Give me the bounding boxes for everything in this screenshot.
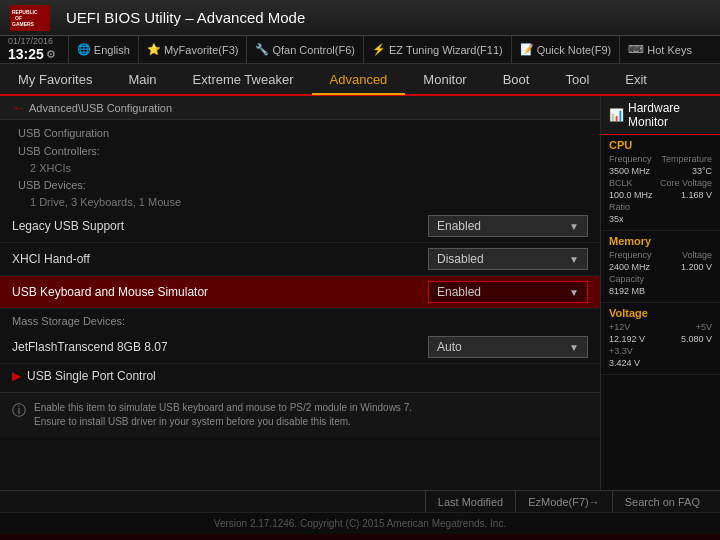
content-panel: ← Advanced\USB Configuration USB Configu… — [0, 96, 600, 490]
dropdown-arrow-icon: ▼ — [569, 287, 579, 298]
mem-frequency-label: Frequency — [609, 250, 652, 260]
core-voltage-value: 1.168 V — [681, 190, 712, 200]
shortcut-language[interactable]: 🌐 English — [68, 36, 138, 63]
mem-freq-voltage-header: Frequency Voltage — [609, 250, 712, 260]
legacy-usb-row: Legacy USB Support Enabled ▼ — [0, 210, 600, 243]
shortcut-myfavorite[interactable]: ⭐ MyFavorite(F3) — [138, 36, 247, 63]
usb-devices-label: USB Devices: — [0, 176, 600, 194]
cpu-section-title: CPU — [609, 139, 712, 151]
rog-badge: REPUBLIC OF GAMERS — [10, 5, 50, 31]
tab-my-favorites[interactable]: My Favorites — [0, 64, 110, 94]
usb-single-port-label: USB Single Port Control — [27, 369, 156, 383]
mem-voltage-value: 1.200 V — [681, 262, 712, 272]
shortcut-hotkeys[interactable]: ⌨ Hot Keys — [619, 36, 700, 63]
info-text-line2: Ensure to install USB driver in your sys… — [34, 415, 412, 429]
volt-33v-header: +3.3V — [609, 346, 712, 356]
volt-5v-label: +5V — [696, 322, 712, 332]
cpu-frequency-label: Frequency — [609, 154, 652, 164]
volt-12v-5v-header: +12V +5V — [609, 322, 712, 332]
navigation-bar: My Favorites Main Extreme Tweaker Advanc… — [0, 64, 720, 96]
hw-monitor-title: Hardware Monitor — [628, 101, 712, 129]
usb-devices-value: 1 Drive, 3 Keyboards, 1 Mouse — [0, 194, 600, 210]
memory-section-title: Memory — [609, 235, 712, 247]
mem-frequency-value: 2400 MHz — [609, 262, 650, 272]
dropdown-arrow-icon: ▼ — [569, 342, 579, 353]
usb-single-port-row[interactable]: ▶ USB Single Port Control — [0, 364, 600, 388]
hw-monitor-header: 📊 Hardware Monitor — [601, 96, 720, 135]
shortcut-qfan[interactable]: 🔧 Qfan Control(F6) — [246, 36, 363, 63]
tab-exit[interactable]: Exit — [607, 64, 665, 94]
monitor-icon: 📊 — [609, 108, 624, 122]
usb-config-label: USB Configuration — [0, 124, 600, 142]
usb-keyboard-mouse-dropdown[interactable]: Enabled ▼ — [428, 281, 588, 303]
usb-keyboard-mouse-label: USB Keyboard and Mouse Simulator — [12, 285, 428, 299]
dropdown-arrow-icon: ▼ — [569, 221, 579, 232]
tab-tool[interactable]: Tool — [547, 64, 607, 94]
usb-controllers-label: USB Controllers: — [0, 142, 600, 160]
tab-monitor[interactable]: Monitor — [405, 64, 484, 94]
breadcrumb: ← Advanced\USB Configuration — [0, 96, 600, 120]
datetime-display: 01/17/2016 13:25 ⚙ — [8, 37, 56, 62]
time-display: 13:25 — [8, 47, 44, 62]
settings-gear-icon[interactable]: ⚙ — [46, 48, 56, 60]
mass-storage-header: Mass Storage Devices: — [0, 311, 600, 331]
legacy-usb-value: Enabled — [437, 219, 481, 233]
expand-arrow-icon: ▶ — [12, 369, 21, 383]
cpu-freq-temp-header: Frequency Temperature — [609, 154, 712, 164]
version-text: Version 2.17.1246. Copyright (C) 2015 Am… — [214, 518, 506, 529]
qfan-icon: 🔧 — [255, 43, 269, 56]
tab-boot[interactable]: Boot — [485, 64, 548, 94]
jetflash-row: JetFlashTranscend 8GB 8.07 Auto ▼ — [0, 331, 600, 364]
cpu-frequency-value: 3500 MHz — [609, 166, 650, 176]
main-area: ← Advanced\USB Configuration USB Configu… — [0, 96, 720, 490]
cpu-ratio-value-row: 35x — [609, 214, 712, 224]
qfan-label: Qfan Control(F6) — [272, 44, 355, 56]
legacy-usb-dropdown[interactable]: Enabled ▼ — [428, 215, 588, 237]
shortcut-eztuning[interactable]: ⚡ EZ Tuning Wizard(F11) — [363, 36, 511, 63]
tab-extreme-tweaker[interactable]: Extreme Tweaker — [175, 64, 312, 94]
cpu-freq-temp-values: 3500 MHz 33°C — [609, 166, 712, 176]
info-text-line1: Enable this item to simulate USB keyboar… — [34, 401, 412, 415]
cpu-section: CPU Frequency Temperature 3500 MHz 33°C … — [601, 135, 720, 231]
info-panel: ⓘ Enable this item to simulate USB keybo… — [0, 392, 600, 437]
cpu-bclk-voltage-header: BCLK Core Voltage — [609, 178, 712, 188]
volt-12v-label: +12V — [609, 322, 630, 332]
quicknote-icon: 📝 — [520, 43, 534, 56]
eztuning-label: EZ Tuning Wizard(F11) — [389, 44, 503, 56]
usb-keyboard-mouse-row: USB Keyboard and Mouse Simulator Enabled… — [0, 276, 600, 309]
rog-logo-area: REPUBLIC OF GAMERS — [10, 5, 50, 31]
hotkeys-icon: ⌨ — [628, 43, 644, 56]
quicknote-label: Quick Note(F9) — [537, 44, 612, 56]
language-label: English — [94, 44, 130, 56]
cpu-ratio-header: Ratio — [609, 202, 712, 212]
last-modified-button[interactable]: Last Modified — [425, 491, 515, 512]
volt-12v-value: 12.192 V — [609, 334, 645, 344]
xhci-handoff-value: Disabled — [437, 252, 484, 266]
jetflash-dropdown[interactable]: Auto ▼ — [428, 336, 588, 358]
volt-33v-value: 3.424 V — [609, 358, 640, 368]
tab-main[interactable]: Main — [110, 64, 174, 94]
cpu-bclk-voltage-values: 100.0 MHz 1.168 V — [609, 190, 712, 200]
tab-advanced[interactable]: Advanced — [312, 65, 406, 95]
header-bar: REPUBLIC OF GAMERS UEFI BIOS Utility – A… — [0, 0, 720, 36]
ratio-label: Ratio — [609, 202, 630, 212]
back-arrow-icon[interactable]: ← — [12, 100, 25, 115]
shortcut-quicknote[interactable]: 📝 Quick Note(F9) — [511, 36, 620, 63]
search-faq-button[interactable]: Search on FAQ — [612, 491, 712, 512]
jetflash-value: Auto — [437, 340, 462, 354]
ez-mode-button[interactable]: EzMode(F7)→ — [515, 491, 612, 512]
favorite-icon: ⭐ — [147, 43, 161, 56]
mem-capacity-label: Capacity — [609, 274, 644, 284]
ratio-value: 35x — [609, 214, 624, 224]
version-bar: Version 2.17.1246. Copyright (C) 2015 Am… — [0, 512, 720, 534]
xhci-handoff-dropdown[interactable]: Disabled ▼ — [428, 248, 588, 270]
bclk-label: BCLK — [609, 178, 633, 188]
memory-section: Memory Frequency Voltage 2400 MHz 1.200 … — [601, 231, 720, 303]
usb-keyboard-mouse-value: Enabled — [437, 285, 481, 299]
cpu-temperature-label: Temperature — [661, 154, 712, 164]
volt-12v-5v-values: 12.192 V 5.080 V — [609, 334, 712, 344]
xhci-handoff-label: XHCI Hand-off — [12, 252, 428, 266]
mem-voltage-label: Voltage — [682, 250, 712, 260]
favorite-label: MyFavorite(F3) — [164, 44, 239, 56]
bclk-value: 100.0 MHz — [609, 190, 653, 200]
